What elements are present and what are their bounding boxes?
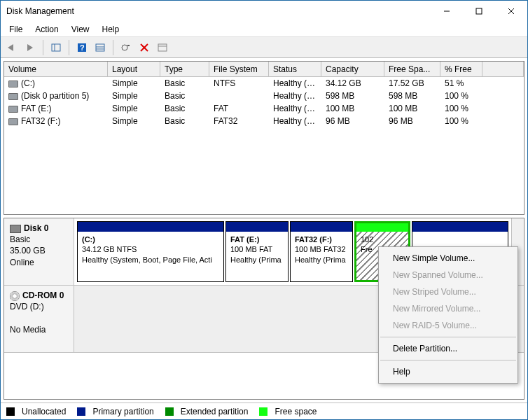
toolbar-separator [43, 40, 43, 55]
settings-button[interactable] [118, 40, 134, 55]
volume-row[interactable]: (Disk 0 partition 5)SimpleBasicHealthy (… [4, 90, 524, 102]
volume-row[interactable]: FAT (E:)SimpleBasicFATHealthy (P...100 M… [4, 102, 524, 115]
partition-band [226, 222, 288, 232]
disk0-title: Disk 0 [24, 223, 48, 233]
delete-button[interactable] [136, 40, 153, 55]
properties-button[interactable] [154, 40, 171, 55]
volume-list-header: Volume Layout Type File System Status Ca… [4, 62, 524, 77]
swatch-unallocated [6, 407, 15, 416]
legend-free: Free space [275, 407, 317, 416]
partition-band [291, 222, 352, 232]
partition-label: FAT32 (F:) 100 MB FAT32 Healthy (Prima [291, 232, 352, 267]
disk-icon [10, 225, 21, 233]
disk0-type: Basic [10, 234, 30, 244]
drive-icon [8, 80, 18, 88]
context-menu: New Simple Volume... New Spanned Volume.… [378, 246, 518, 384]
ctx-new-mirrored-volume: New Mirrored Volume... [379, 300, 517, 317]
legend-extended: Extended partition [181, 407, 249, 416]
console-tree-button[interactable] [48, 40, 64, 55]
volume-row[interactable]: (C:)SimpleBasicNTFSHealthy (S...34.12 GB… [4, 77, 524, 90]
svg-point-13 [122, 45, 127, 50]
partition-fat32-f[interactable]: FAT32 (F:) 100 MB FAT32 Healthy (Prima [290, 221, 353, 282]
swatch-extended [165, 407, 174, 416]
legend-primary: Primary partition [92, 407, 153, 416]
svg-marker-5 [27, 44, 33, 51]
volume-row[interactable]: FAT32 (F:)SimpleBasicFAT32Healthy (P...9… [4, 115, 524, 127]
partition-label [412, 232, 508, 237]
partition-band [78, 222, 223, 232]
partition-label: (C:) 34.12 GB NTFS Healthy (System, Boot… [78, 232, 223, 267]
minimize-button[interactable] [431, 1, 463, 22]
toolbar-separator [113, 40, 113, 55]
ctx-new-spanned-volume: New Spanned Volume... [379, 267, 517, 284]
swatch-free [259, 407, 268, 416]
titlebar: Disk Management [1, 1, 527, 22]
legend: Unallocated Primary partition Extended p… [1, 402, 527, 419]
cdrom-icon [10, 291, 20, 301]
svg-rect-10 [96, 44, 104, 51]
menubar: File Action View Help [1, 22, 527, 37]
list-view-button[interactable] [92, 40, 109, 55]
ctx-new-simple-volume[interactable]: New Simple Volume... [379, 250, 517, 267]
col-pctfree[interactable]: % Free [440, 62, 482, 76]
disk0-status: Online [10, 258, 34, 267]
col-type[interactable]: Type [160, 62, 209, 76]
partition-label: FAT (E:) 100 MB FAT Healthy (Prima [226, 232, 288, 267]
partition-fat-e[interactable]: FAT (E:) 100 MB FAT Healthy (Prima [225, 221, 289, 282]
window-title: Disk Management [6, 6, 431, 16]
disk0-label[interactable]: Disk 0 Basic 35.00 GB Online [4, 218, 74, 285]
swatch-primary [77, 407, 85, 416]
menu-action[interactable]: Action [29, 23, 64, 36]
drive-icon [8, 93, 18, 100]
menu-file[interactable]: File [4, 23, 28, 36]
maximize-button[interactable] [463, 1, 495, 22]
col-layout[interactable]: Layout [108, 62, 160, 76]
svg-text:?: ? [80, 43, 85, 52]
col-spare[interactable] [482, 62, 524, 76]
col-filesystem[interactable]: File System [209, 62, 269, 76]
svg-rect-17 [158, 44, 167, 51]
disk0-size: 35.00 GB [10, 246, 46, 255]
legend-unallocated: Unallocated [22, 407, 66, 416]
cdrom-type: DVD (D:) [10, 302, 44, 312]
partition-c[interactable]: (C:) 34.12 GB NTFS Healthy (System, Boot… [77, 221, 224, 282]
graphical-view: Disk 0 Basic 35.00 GB Online (C:) 34.12 … [4, 218, 524, 400]
svg-rect-14 [127, 45, 130, 46]
svg-marker-4 [8, 44, 13, 51]
partition-band [412, 222, 508, 232]
svg-rect-1 [476, 8, 482, 14]
drive-icon [8, 106, 18, 113]
content-area: Volume Layout Type File System Status Ca… [1, 58, 527, 402]
col-status[interactable]: Status [269, 62, 321, 76]
toolbar: ? [1, 37, 527, 58]
cdrom-label[interactable]: CD-ROM 0 DVD (D:) No Media [4, 286, 74, 352]
svg-rect-6 [52, 44, 60, 51]
ctx-separator [380, 360, 516, 360]
col-volume[interactable]: Volume [4, 62, 108, 76]
back-button[interactable] [4, 40, 20, 55]
partition-band [356, 223, 408, 232]
cdrom-title: CD-ROM 0 [22, 290, 64, 300]
close-button[interactable] [495, 1, 527, 22]
ctx-new-striped-volume: New Striped Volume... [379, 284, 517, 300]
col-capacity[interactable]: Capacity [321, 62, 384, 76]
volume-list[interactable]: Volume Layout Type File System Status Ca… [4, 61, 524, 215]
forward-button[interactable] [22, 40, 39, 55]
menu-view[interactable]: View [66, 23, 95, 36]
cdrom-status: No Media [10, 325, 46, 335]
ctx-separator [380, 337, 516, 337]
menu-help[interactable]: Help [97, 23, 125, 36]
ctx-help[interactable]: Help [379, 363, 517, 380]
ctx-new-raid5-volume: New RAID-5 Volume... [379, 317, 517, 334]
col-freespace[interactable]: Free Spa... [384, 62, 440, 76]
toolbar-separator [69, 40, 69, 55]
ctx-delete-partition[interactable]: Delete Partition... [379, 340, 517, 357]
help-button[interactable]: ? [74, 40, 90, 55]
drive-icon [8, 118, 18, 125]
disk-management-window: Disk Management File Action View Help ? [0, 0, 528, 420]
